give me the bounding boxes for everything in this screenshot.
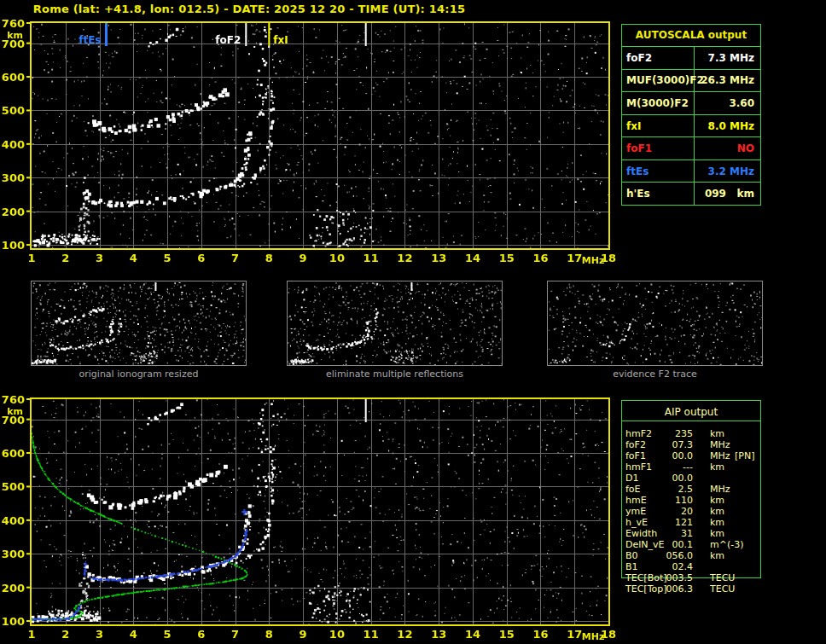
aip-unit: MHz (710, 439, 730, 450)
aip-table-title: AIP output (621, 406, 761, 418)
aip-row-hmf2: hmF2235km (621, 428, 761, 439)
aip-label: foF2 (625, 439, 646, 450)
aip-unit: km (710, 550, 724, 561)
aip-row-b1: B102.4 (621, 561, 761, 572)
aip-unit: km (710, 517, 724, 528)
aip-row-yme: ymE20km (621, 506, 761, 517)
aip-unit: km (710, 528, 724, 539)
aip-row-b0: B0056.0km (621, 550, 761, 561)
aip-label: foF1 (625, 450, 646, 461)
aip-row-fof2: foF207.3MHz (621, 439, 761, 450)
aip-value: 00.0 (645, 450, 693, 461)
thumbnail-evidence-f2 (547, 281, 763, 366)
aip-unit: TECU (710, 583, 735, 595)
aip-row-ewidth: Ewidth31km (621, 528, 761, 539)
thumbnail-original-ionogram (31, 281, 247, 366)
aip-value: 235 (645, 428, 693, 439)
thumbnail-caption-evidence: evidence F2 trace (547, 368, 763, 380)
aip-value: 121 (645, 517, 693, 528)
thumbnail-original-canvas (32, 281, 246, 365)
aip-row-deln-ve: DelN_vE00.1m^(-3) (621, 539, 761, 550)
aip-unit: m^(-3) (710, 539, 743, 550)
aip-table-rows: hmF2235kmfoF207.3MHzfoF100.0MHz[PN]hmF1-… (621, 428, 761, 595)
thumbnail-evidence-canvas (548, 281, 762, 365)
thumbnail-caption-original: original ionogram resized (31, 368, 247, 380)
autoscala-param-value: 3.2 MHz (695, 165, 760, 177)
aip-value: 02.4 (645, 561, 693, 572)
aip-value: 00.1 (645, 539, 693, 550)
aip-unit: MHz (710, 484, 730, 495)
autoscala-param-label: MUF(3000)F2 (622, 70, 695, 92)
autoscala-param-value: 3.60 (695, 97, 760, 109)
aip-value: 056.0 (645, 550, 693, 561)
bottom-ionogram-canvas (0, 392, 618, 644)
autoscala-app-window: Rome (lat: +41.8, lon: 012.5) - DATE: 20… (0, 0, 826, 644)
autoscala-param-label: M(3000)F2 (622, 92, 695, 114)
autoscala-param-label: fxI (622, 115, 695, 137)
aip-value: 110 (645, 495, 693, 506)
autoscala-row-m-3000-f2: M(3000)F23.60 (622, 92, 760, 115)
thumbnail-eliminate-canvas (288, 281, 502, 365)
aip-row-hme: hmE110km (621, 495, 761, 506)
aip-unit: TECU (710, 572, 735, 583)
aip-value: 2.5 (645, 484, 693, 495)
autoscala-output-table: AUTOSCALA output foF27.3 MHzMUF(3000)F22… (621, 24, 761, 206)
aip-row-foe: foE2.5MHz (621, 484, 761, 495)
autoscala-param-value: 099 km (695, 188, 760, 200)
autoscala-param-value: 8.0 MHz (695, 120, 760, 132)
aip-value: 31 (645, 528, 693, 539)
aip-unit: km (710, 495, 724, 506)
aip-value: 003.5 (645, 572, 693, 583)
aip-unit: km (710, 428, 724, 439)
aip-label: B1 (625, 561, 638, 572)
thumbnail-caption-eliminate: eliminate multiple reflections (287, 368, 503, 380)
aip-label: B0 (625, 550, 638, 561)
aip-label: foE (625, 484, 641, 495)
autoscala-param-label: ftEs (622, 160, 695, 183)
aip-value: 00.0 (645, 473, 693, 484)
aip-label: ymE (625, 506, 646, 517)
aip-value: 07.3 (645, 439, 693, 450)
aip-note: [PN] (735, 450, 754, 461)
autoscala-row-fof2: foF27.3 MHz (622, 47, 760, 70)
aip-row-d1: D100.0 (621, 473, 761, 484)
autoscala-table-rows: foF27.3 MHzMUF(3000)F226.3 MHzM(3000)F23… (622, 47, 760, 205)
aip-row-h-ve: h_vE121km (621, 517, 761, 528)
autoscala-param-label: h'Es (622, 183, 695, 205)
autoscala-param-label: foF2 (622, 47, 695, 69)
autoscala-row-fof1: foF1NO (622, 137, 760, 160)
aip-unit: km (710, 461, 724, 473)
autoscala-row-h-es: h'Es099 km (622, 183, 760, 205)
aip-value: 006.3 (645, 583, 693, 595)
aip-row-tec-top-: TEC[Top]006.3TECU (621, 583, 761, 595)
autoscala-row-muf-3000-f2: MUF(3000)F226.3 MHz (622, 70, 760, 93)
aip-unit: MHz (710, 450, 730, 461)
autoscala-row-fxi: fxI8.0 MHz (622, 115, 760, 138)
autoscala-table-title: AUTOSCALA output (622, 25, 760, 47)
aip-unit: km (710, 506, 724, 517)
aip-label: D1 (625, 473, 638, 484)
aip-value: --- (645, 461, 693, 473)
aip-label: hmE (625, 495, 647, 506)
autoscala-param-value: 7.3 MHz (695, 52, 760, 64)
top-ionogram-canvas (0, 17, 618, 271)
aip-row-tec-bot-: TEC[Bot]003.5TECU (621, 572, 761, 583)
aip-value: 20 (645, 506, 693, 517)
aip-title-separator (621, 421, 761, 421)
station-title: Rome (lat: +41.8, lon: 012.5) - DATE: 20… (32, 3, 467, 15)
autoscala-row-ftes: ftEs3.2 MHz (622, 160, 760, 183)
autoscala-param-value: NO (695, 142, 760, 154)
aip-row-hmf1: hmF1---km (621, 461, 761, 473)
thumbnail-eliminate-reflections (287, 281, 503, 366)
autoscala-param-value: 26.3 MHz (695, 74, 760, 86)
aip-row-fof1: foF100.0MHz[PN] (621, 450, 761, 461)
autoscala-param-label: foF1 (622, 137, 695, 160)
